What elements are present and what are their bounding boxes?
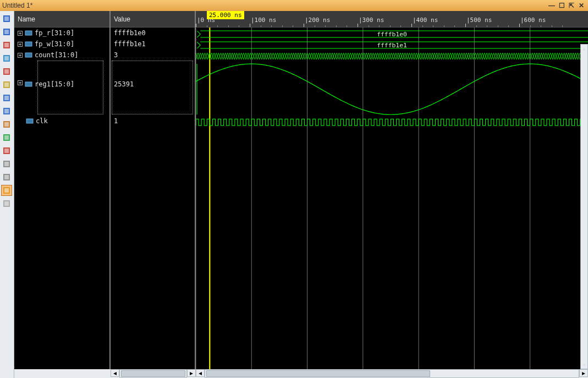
signal-name-label: clk [36,117,48,125]
signal-value-row: 25391 [111,61,195,116]
edge-group-icon[interactable] [1,172,12,183]
signal-value-row: 1 [111,116,195,127]
signal-name-label: reg1[15:0] [35,80,74,88]
run-start-icon[interactable] [1,92,12,103]
ruler-tick-label: |200 ns [305,17,330,24]
signal-name-label: fp_w[31:0] [35,40,74,48]
maximize-button[interactable]: ☐ [557,2,566,9]
svg-rect-1 [4,17,9,21]
signal-name-row[interactable]: +count[31:0] [14,50,109,61]
minimize-button[interactable]: — [547,2,556,9]
properties-icon[interactable] [1,198,12,209]
vertical-scrollbar[interactable]: ▴ ▾ [580,44,588,369]
signal-name-row[interactable]: +fp_w[31:0] [14,39,109,50]
waveform-column[interactable]: 25.000 ns |0 ns|100 ns|200 ns|300 ns|400… [196,11,588,369]
window-title: Untitled 1* [2,2,546,9]
signal-value-label: 25391 [114,80,134,88]
signal-icon [25,40,32,48]
expand-toggle[interactable]: + [18,80,23,85]
svg-rect-31 [25,42,32,46]
ruler-tick-label: |300 ns [359,17,384,24]
expand-toggle[interactable]: + [18,31,23,36]
svg-rect-5 [4,43,9,47]
scroll-down-button[interactable]: ▾ [581,361,587,369]
signal-name-row[interactable]: clk [14,116,109,127]
scroll-up-button[interactable]: ▴ [581,45,587,52]
ruler-tick-label: |600 ns [520,17,546,24]
svg-rect-25 [4,175,9,179]
signal-name-label: fp_r[31:0] [35,29,74,37]
save-icon[interactable] [1,26,12,37]
signal-value-row: ffffb1e1 [111,39,195,50]
cursor-right-icon[interactable] [1,79,12,90]
value-column: Value ffffb1e0ffffb1e13253911 [111,11,196,369]
wave-hscroll-track[interactable] [205,369,579,378]
signal-value-label: ffffb1e0 [114,29,146,37]
run-step-icon[interactable] [1,106,12,117]
signal-icon [25,51,32,59]
edge-prev-icon[interactable] [1,158,12,169]
signal-icon [26,117,34,125]
restore-button[interactable]: ⇱ [567,2,576,9]
name-hscroll-left[interactable]: ◂ [111,369,119,377]
expand-toggle[interactable]: + [18,53,23,58]
horizontal-scrollbar-row: ◂ ▸ ◂ ▸ [14,369,588,378]
signal-value-label: ffffb1e1 [114,40,146,48]
svg-rect-9 [4,69,9,74]
svg-rect-33 [25,82,32,86]
svg-rect-30 [25,31,32,35]
svg-rect-15 [4,109,9,113]
export-icon[interactable] [1,13,12,24]
add-signal-icon[interactable] [1,132,12,143]
svg-rect-11 [4,83,9,87]
name-hscroll-track[interactable] [119,369,187,378]
name-column: Name +fp_r[31:0]+fp_w[31:0]+count[31:0]+… [14,11,111,369]
svg-rect-32 [25,53,32,57]
ruler-tick-label: |100 ns [251,17,276,24]
ruler-tick-label: |400 ns [413,17,438,24]
svg-rect-34 [26,119,33,123]
zoom-out-icon[interactable] [1,53,12,64]
signal-icon [25,80,32,88]
svg-rect-29 [4,201,9,206]
signal-value-row: ffffb1e0 [111,28,195,39]
signal-name-label: count[31:0] [35,51,78,59]
svg-text:ffffb1e1: ffffb1e1 [377,42,407,49]
svg-rect-19 [4,135,9,140]
name-hscroll-right[interactable]: ▸ [187,369,196,377]
signal-name-row[interactable]: +reg1[15:0] [14,61,109,116]
ruler[interactable]: 25.000 ns |0 ns|100 ns|200 ns|300 ns|400… [196,11,588,28]
cursor-time-label: 25.000 ns [207,11,244,19]
value-column-header: Value [111,11,195,28]
wave-hscroll-right[interactable]: ▸ [579,369,588,377]
zoom-select-icon[interactable] [1,66,12,77]
svg-rect-3 [4,30,9,34]
ruler-tick-label: |500 ns [466,17,492,24]
wave-hscroll-left[interactable]: ◂ [196,369,205,377]
signal-name-row[interactable]: +fp_r[31:0] [14,28,109,39]
tool-toolbar [0,11,14,378]
svg-rect-17 [4,122,9,127]
close-button[interactable]: ✕ [577,2,586,9]
scope-icon[interactable] [1,145,12,156]
svg-rect-13 [4,96,9,100]
measure-icon[interactable] [1,185,12,196]
svg-rect-23 [4,162,9,166]
svg-rect-7 [4,56,9,61]
signal-icon [25,29,32,37]
title-bar: Untitled 1* — ☐ ⇱ ✕ [0,0,588,11]
name-column-header: Name [14,11,109,28]
svg-rect-27 [4,188,9,193]
signal-value-label: 3 [114,51,118,59]
expand-toggle[interactable]: + [18,42,23,47]
marker-icon[interactable] [1,119,12,130]
signal-value-row: 3 [111,50,195,61]
zoom-in-icon[interactable] [1,40,12,51]
svg-text:ffffb1e0: ffffb1e0 [377,31,407,38]
svg-rect-21 [4,149,9,153]
signal-value-label: 1 [114,117,118,125]
